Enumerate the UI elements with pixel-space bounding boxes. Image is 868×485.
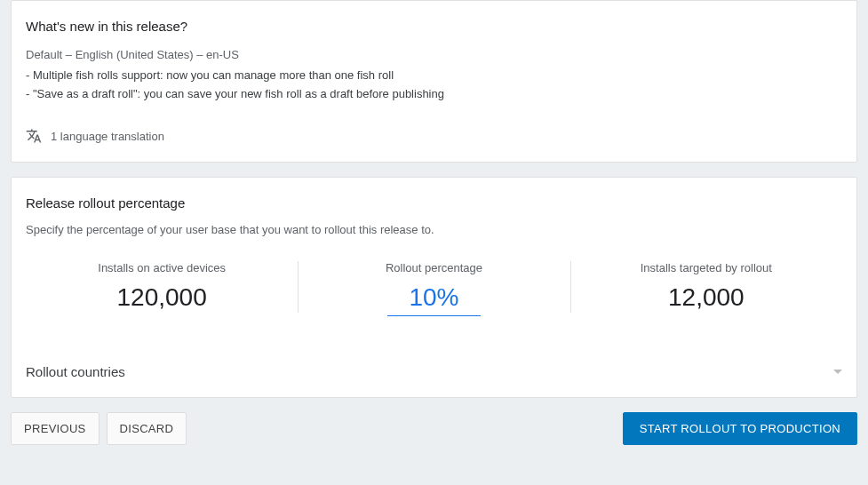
whats-new-title: What's new in this release?	[26, 19, 842, 34]
rollout-desc: Specify the percentage of your user base…	[26, 223, 842, 236]
rollout-countries-label: Rollout countries	[26, 364, 125, 379]
stat-label: Rollout percentage	[298, 261, 569, 274]
stat-targeted-installs: Installs targeted by rollout 12,000	[570, 261, 842, 316]
start-rollout-button[interactable]: Start rollout to production	[623, 412, 857, 445]
stat-label: Installs targeted by rollout	[570, 261, 842, 274]
stat-label: Installs on active devices	[26, 261, 298, 274]
stat-rollout-percentage: Rollout percentage 10%	[298, 261, 569, 316]
action-bar: Previous Discard Start rollout to produc…	[11, 412, 857, 445]
translate-icon	[26, 128, 42, 144]
rollout-countries-expander[interactable]: Rollout countries	[26, 361, 842, 379]
rollout-card: Release rollout percentage Specify the p…	[11, 177, 857, 398]
default-language-line: Default – English (United States) – en-U…	[26, 46, 842, 65]
release-note-line: - Multiple fish rolls support: now you c…	[26, 67, 842, 85]
chevron-down-icon	[833, 370, 842, 374]
stat-active-installs: Installs on active devices 120,000	[26, 261, 298, 316]
stat-value: 120,000	[26, 283, 298, 312]
translation-count: 1 language translation	[51, 130, 164, 143]
whats-new-card: What's new in this release? Default – En…	[11, 0, 857, 163]
previous-button[interactable]: Previous	[11, 412, 100, 445]
stat-value: 12,000	[570, 283, 842, 312]
release-note-line: - "Save as a draft roll": you can save y…	[26, 85, 842, 104]
rollout-stats: Installs on active devices 120,000 Rollo…	[26, 261, 842, 316]
rollout-title: Release rollout percentage	[26, 195, 842, 211]
translation-row[interactable]: 1 language translation	[26, 128, 842, 144]
discard-button[interactable]: Discard	[107, 412, 187, 445]
release-notes: - Multiple fish rolls support: now you c…	[26, 67, 842, 104]
rollout-percentage-input[interactable]: 10%	[387, 283, 480, 316]
